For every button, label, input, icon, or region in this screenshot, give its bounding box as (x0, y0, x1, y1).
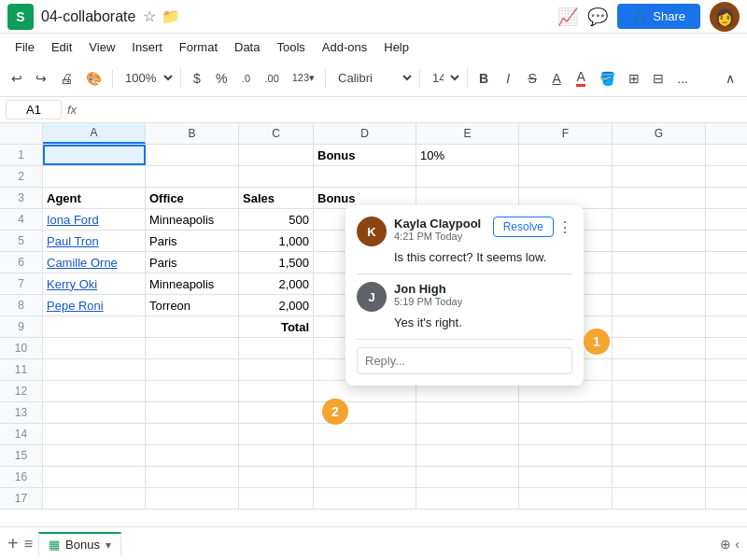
cell-d1[interactable]: Bonus (314, 145, 416, 165)
cell-g7[interactable] (613, 273, 706, 294)
cell-g5[interactable] (613, 231, 706, 251)
row-num[interactable]: 10 (0, 338, 43, 358)
fill-color-button[interactable]: 🪣 (594, 67, 621, 90)
merge-button[interactable]: ⊟ (647, 67, 669, 90)
col-header-e[interactable]: E (416, 123, 519, 144)
row-num[interactable]: 12 (0, 381, 43, 401)
bold-button[interactable]: B (472, 67, 495, 90)
explore-button[interactable]: ⊕ (720, 537, 731, 552)
cell-a4[interactable]: Iona Ford (43, 209, 146, 230)
font-select[interactable]: Calibri (331, 68, 415, 88)
cell-a9[interactable] (43, 316, 146, 337)
col-header-b[interactable]: B (146, 123, 239, 144)
row-num[interactable]: 11 (0, 359, 43, 380)
more-formats-button[interactable]: 123▾ (287, 68, 320, 88)
menu-view[interactable]: View (81, 37, 122, 57)
cell-c1[interactable] (239, 145, 314, 165)
sheet-tab-bonus[interactable]: ▦ Bonus ▾ (38, 532, 121, 555)
paint-format-button[interactable]: 🎨 (80, 67, 107, 90)
list-sheets-button[interactable]: ≡ (24, 536, 33, 553)
cell-g9[interactable] (613, 316, 706, 337)
add-sheet-button[interactable]: + (7, 533, 19, 554)
more-button[interactable]: ... (671, 67, 694, 90)
borders-button[interactable]: ⊞ (623, 67, 645, 90)
menu-insert[interactable]: Insert (124, 37, 170, 57)
undo-button[interactable]: ↩ (6, 67, 28, 90)
row-num[interactable]: 15 (0, 445, 43, 466)
cell-f2[interactable] (519, 166, 613, 187)
row-num[interactable]: 9 (0, 316, 43, 337)
cell-b4[interactable]: Minneapolis (146, 209, 239, 230)
cell-c4[interactable]: 500 (239, 209, 314, 230)
cell-c6[interactable]: 1,500 (239, 252, 314, 273)
cell-e2[interactable] (416, 166, 519, 187)
chart-icon[interactable]: 📈 (557, 7, 578, 27)
cell-a2[interactable] (43, 166, 146, 187)
cell-c5[interactable]: 1,000 (239, 231, 314, 251)
share-button[interactable]: 👤 Share (617, 4, 700, 29)
folder-icon[interactable]: 📁 (162, 7, 180, 25)
cell-a6[interactable]: Camille Orne (43, 252, 146, 273)
row-num[interactable]: 4 (0, 209, 43, 230)
strikethrough-button[interactable]: S (521, 67, 543, 90)
cell-a1[interactable] (43, 145, 146, 165)
font-size-select[interactable]: 14 (425, 68, 462, 88)
menu-tools[interactable]: Tools (269, 37, 312, 57)
formula-input[interactable] (82, 103, 741, 117)
reply-input[interactable] (357, 347, 572, 374)
cell-b3[interactable]: Office (146, 188, 239, 208)
tab-dropdown-arrow[interactable]: ▾ (106, 539, 111, 552)
row-num[interactable]: 2 (0, 166, 43, 187)
decimal-increase-button[interactable]: .00 (259, 69, 284, 88)
cell-g8[interactable] (613, 295, 706, 315)
cell-b9[interactable] (146, 316, 239, 337)
cell-g6[interactable] (613, 252, 706, 273)
percent-button[interactable]: % (210, 67, 233, 90)
underline-button[interactable]: A (545, 67, 568, 90)
cell-e1[interactable]: 10% (416, 145, 519, 165)
row-num[interactable]: 17 (0, 488, 43, 509)
row-num[interactable]: 14 (0, 424, 43, 444)
row-num[interactable]: 1 (0, 145, 43, 165)
cell-c3[interactable]: Sales (239, 188, 314, 208)
cell-b8[interactable]: Torreon (146, 295, 239, 315)
decimal-decrease-button[interactable]: .0 (234, 69, 257, 88)
currency-button[interactable]: $ (186, 67, 208, 90)
cell-b7[interactable]: Minneapolis (146, 273, 239, 294)
doc-title[interactable]: 04-collaborate (41, 8, 135, 25)
star-icon[interactable]: ☆ (143, 7, 156, 25)
resolve-button[interactable]: Resolve (493, 217, 554, 237)
row-num[interactable]: 7 (0, 273, 43, 294)
cell-c8[interactable]: 2,000 (239, 295, 314, 315)
redo-button[interactable]: ↪ (30, 67, 52, 90)
col-header-g[interactable]: G (613, 123, 706, 144)
menu-data[interactable]: Data (227, 37, 267, 57)
cell-b1[interactable] (146, 145, 239, 165)
cell-b5[interactable]: Paris (146, 231, 239, 251)
cell-g3[interactable] (613, 188, 706, 208)
italic-button[interactable]: I (497, 67, 519, 90)
cell-a8[interactable]: Pepe Roni (43, 295, 146, 315)
cell-g4[interactable] (613, 209, 706, 230)
cell-c7[interactable]: 2,000 (239, 273, 314, 294)
menu-help[interactable]: Help (376, 37, 416, 57)
cell-a7[interactable]: Kerry Oki (43, 273, 146, 294)
text-color-button[interactable]: A (570, 65, 592, 91)
cell-b2[interactable] (146, 166, 239, 187)
col-header-d[interactable]: D (314, 123, 416, 144)
print-button[interactable]: 🖨 (54, 67, 78, 90)
col-header-f[interactable]: F (519, 123, 613, 144)
cell-ref-input[interactable] (6, 100, 62, 119)
cell-g1[interactable] (613, 145, 706, 165)
comment-icon[interactable]: 💬 (587, 7, 608, 27)
menu-edit[interactable]: Edit (44, 37, 79, 57)
row-num[interactable]: 3 (0, 188, 43, 208)
row-num[interactable]: 6 (0, 252, 43, 273)
cell-c9[interactable]: Total (239, 316, 314, 337)
menu-file[interactable]: File (7, 37, 42, 57)
row-num[interactable]: 16 (0, 467, 43, 487)
row-num[interactable]: 5 (0, 231, 43, 251)
cell-f1[interactable] (519, 145, 613, 165)
menu-addons[interactable]: Add-ons (315, 37, 374, 57)
cell-g2[interactable] (613, 166, 706, 187)
